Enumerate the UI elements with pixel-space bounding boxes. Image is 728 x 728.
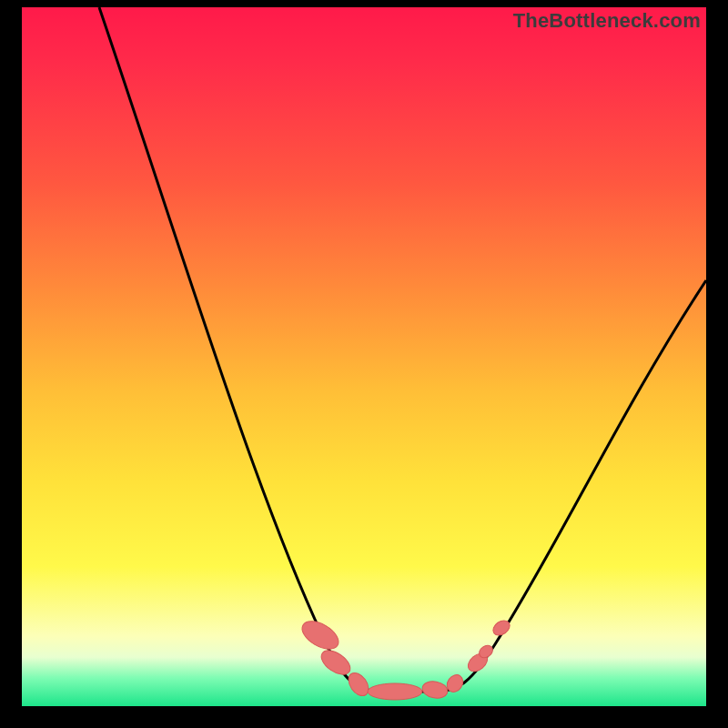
right-curve-line	[436, 280, 706, 692]
watermark-text: TheBottleneck.com	[513, 9, 701, 33]
bottleneck-curves	[22, 7, 706, 706]
left-curve-line	[99, 7, 436, 692]
chart-plot-area	[22, 7, 706, 706]
